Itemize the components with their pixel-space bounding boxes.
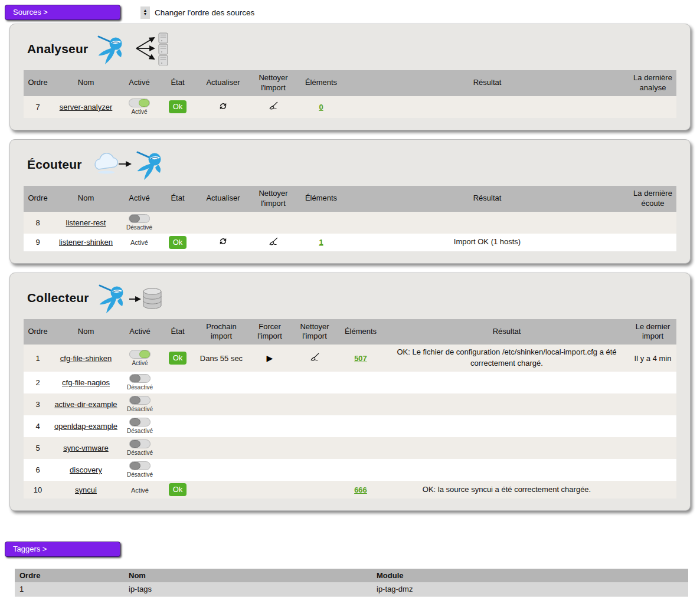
ordre-value: 5 [24, 437, 52, 459]
status-badge: Ok [169, 100, 187, 113]
ordre-value: 1 [24, 345, 52, 372]
source-name-link[interactable]: discovery [70, 465, 102, 474]
col-header-nom: Nom [52, 319, 120, 345]
active-toggle[interactable] [129, 350, 151, 359]
ordre-value: 6 [24, 459, 52, 481]
col-header-actualiser: Actualiser [197, 186, 250, 212]
col-header-forcer-import: Forcer l'import [247, 319, 292, 345]
taggers-section: Taggers > Ordre Nom Module 1 ip-tags ip-… [0, 542, 700, 597]
reorder-sources-control[interactable]: ▲▼ Changer l'ordre des sources [140, 6, 254, 19]
force-import-play-icon[interactable]: ▶ [267, 353, 273, 363]
ecouteur-table: Ordre Nom Activé État Actualiser Nettoye… [24, 186, 676, 251]
source-name-link[interactable]: listener-shinken [59, 238, 113, 247]
col-header-module: Module [372, 569, 688, 582]
active-state-text: Activé [131, 487, 149, 494]
status-badge: Ok [169, 352, 187, 365]
col-header-resultat: Résultat [345, 186, 629, 212]
source-name-link[interactable]: server-analyzer [60, 103, 113, 111]
active-toggle[interactable] [129, 214, 150, 223]
toggle-state-label: Activé [129, 109, 150, 115]
active-toggle[interactable] [129, 99, 150, 107]
ninja-to-database-icon [95, 281, 168, 314]
source-name-link[interactable]: listener-rest [66, 218, 106, 227]
ordre-value: 4 [24, 415, 52, 437]
col-header-ordre: Ordre [24, 186, 52, 212]
col-header-etat: État [159, 186, 197, 212]
source-name-link[interactable]: sync-vmware [63, 444, 109, 452]
toggle-state-label: Désactivé [126, 224, 152, 231]
collecteur-panel: Collecteur Ordre Nom Activé [9, 273, 691, 511]
ecouteur-panel: Écouteur Ordre Nom Activé État Actualise… [9, 139, 691, 264]
col-header-active: Activé [120, 319, 160, 345]
ordre-value: 3 [24, 393, 52, 415]
cloud-to-ninja-icon [88, 148, 165, 181]
toggle-state-label: Désactivé [127, 471, 153, 478]
status-badge: Ok [169, 236, 187, 249]
toggle-state-label: Désactivé [127, 428, 153, 434]
col-header-derniere-analyse: La dernière analyse [629, 70, 676, 96]
prochain-import-value: Dans 55 sec [195, 345, 247, 372]
resultat-value [345, 96, 629, 118]
topbar: Sources > ▲▼ Changer l'ordre des sources [0, 0, 700, 24]
col-header-nettoyer: Nettoyer l'import [292, 319, 337, 345]
elements-count-link[interactable]: 666 [354, 486, 367, 494]
col-header-nettoyer: Nettoyer l'import [250, 186, 297, 212]
col-header-nom: Nom [52, 70, 120, 96]
broom-clean-icon[interactable] [269, 101, 279, 111]
table-row: 1 ip-tags ip-tag-dmz [15, 582, 688, 596]
table-row: 6 discovery Désactivé [24, 459, 676, 481]
elements-count-link[interactable]: 1 [319, 238, 323, 247]
broom-clean-icon[interactable] [269, 237, 279, 247]
source-name-link[interactable]: openldap-example [54, 422, 117, 431]
status-badge: Ok [169, 483, 187, 496]
source-name-link[interactable]: cfg-file-nagios [62, 378, 110, 387]
table-row: 5 sync-vmware Désactivé [24, 437, 676, 459]
table-row: 1 cfg-file-shinken Activé Ok Dans 55 sec… [24, 345, 676, 372]
table-row: 3 active-dir-example Désactivé [24, 393, 676, 415]
source-name-link[interactable]: active-dir-example [54, 400, 117, 409]
dispatch-to-servers-icon [134, 32, 172, 65]
refresh-icon[interactable] [218, 101, 228, 111]
table-row: 8 listener-rest Désactivé [24, 212, 676, 234]
source-name-link[interactable]: syncui [75, 486, 97, 494]
col-header-nom: Nom [124, 569, 372, 582]
col-header-etat: État [160, 319, 195, 345]
sort-arrows-icon[interactable]: ▲▼ [140, 6, 150, 19]
active-toggle[interactable] [129, 418, 151, 427]
toggle-state-label: Désactivé [127, 406, 153, 412]
elements-count-link[interactable]: 507 [354, 354, 367, 363]
reorder-sources-label: Changer l'ordre des sources [155, 8, 254, 17]
col-header-elements: Éléments [337, 319, 384, 345]
refresh-icon[interactable] [218, 237, 228, 246]
resultat-value: OK: Le fichier de configuration /etc/shi… [384, 345, 629, 372]
col-header-ordre: Ordre [24, 319, 52, 345]
analyseur-table: Ordre Nom Activé État Actualiser Nettoye… [24, 70, 676, 118]
sources-section-button[interactable]: Sources > [5, 5, 120, 20]
resultat-value: OK: la source syncui a été correctement … [384, 481, 629, 498]
analyseur-panel: Analyseur Ordre Nom Activé État Actu [9, 24, 691, 130]
ordre-value: 10 [24, 481, 52, 498]
dernier-import-value: Il y a 4 min [629, 345, 676, 372]
elements-count-link[interactable]: 0 [319, 103, 323, 111]
broom-clean-icon[interactable] [310, 352, 320, 362]
col-header-resultat: Résultat [345, 70, 629, 96]
active-toggle[interactable] [129, 461, 151, 470]
table-row: 10 syncui Activé Ok 666 OK: la source sy… [24, 481, 676, 498]
ordre-value: 1 [15, 582, 124, 596]
active-toggle[interactable] [129, 439, 151, 448]
taggers-section-button[interactable]: Taggers > [5, 542, 120, 557]
col-header-nettoyer: Nettoyer l'import [250, 70, 297, 96]
active-toggle[interactable] [129, 396, 151, 405]
col-header-elements: Éléments [297, 70, 345, 96]
tagger-name: ip-tags [124, 582, 372, 596]
toggle-state-label: Désactivé [127, 384, 153, 391]
collecteur-table: Ordre Nom Activé État Prochain import Fo… [24, 319, 676, 498]
shinken-ninja-icon [94, 32, 128, 65]
collecteur-title: Collecteur [27, 291, 89, 305]
toggle-state-label: Activé [129, 360, 151, 366]
col-header-etat: État [159, 70, 197, 96]
ordre-value: 7 [24, 96, 52, 118]
col-header-resultat: Résultat [384, 319, 629, 345]
source-name-link[interactable]: cfg-file-shinken [60, 354, 112, 363]
active-toggle[interactable] [129, 374, 151, 383]
